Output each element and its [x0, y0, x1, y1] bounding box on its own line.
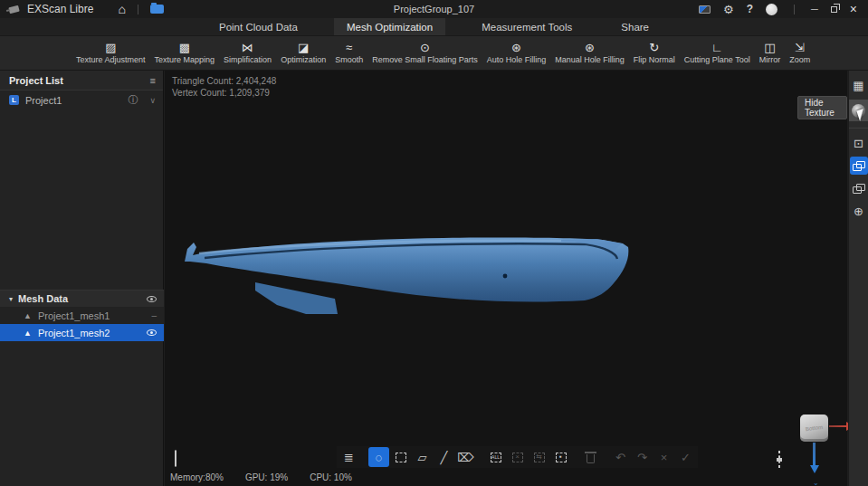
- globe-icon: ⊕: [854, 205, 863, 218]
- project-panel: Project List ≡ L Project1 ⓘ ∨ ▾ Mesh Dat…: [0, 71, 164, 486]
- hidden-visibility-icon[interactable]: –: [151, 310, 157, 320]
- texture-view-icon: [853, 161, 864, 170]
- mouse-hint-button[interactable]: [175, 451, 176, 467]
- smooth-button[interactable]: ≈ Smooth: [335, 42, 363, 64]
- open-project-folder-icon[interactable]: [150, 5, 164, 14]
- z-axis-tail: ⌄: [813, 479, 819, 486]
- minimize-button[interactable]: ─: [811, 4, 818, 14]
- mesh-eye-icon[interactable]: [147, 329, 157, 336]
- undo-button[interactable]: ↶: [610, 447, 631, 467]
- mesh-data-header[interactable]: ▾ Mesh Data: [0, 290, 164, 307]
- invert-selection-button[interactable]: ⇆: [529, 447, 549, 467]
- z-axis-arrow: [813, 443, 816, 466]
- fit-view-button[interactable]: [778, 452, 780, 468]
- fit-screen-icon: ▦: [853, 79, 863, 92]
- texture-adjustment-icon: ▨: [105, 42, 116, 54]
- confirm-button[interactable]: ✓: [675, 447, 696, 467]
- zoom-icon: ⇲: [795, 42, 805, 54]
- penetrate-select-button[interactable]: ≣: [339, 447, 359, 467]
- vertex-count: Vertex Count: 1,209,379: [172, 87, 276, 99]
- user-avatar[interactable]: [766, 4, 777, 15]
- model-frame-view-button[interactable]: ⊡: [849, 135, 868, 151]
- divider: [849, 128, 868, 129]
- globe-view-button[interactable]: ⊕: [849, 203, 868, 219]
- collapse-panel-icon[interactable]: ≡: [150, 75, 156, 86]
- eraser-icon: ⌦: [457, 451, 473, 464]
- app-window: EXScan Libre ⌂ ProjectGroup_107 ⚙ ? ─ × …: [0, 0, 868, 486]
- layers-view-button[interactable]: [849, 180, 868, 196]
- delete-selection-button[interactable]: [580, 447, 601, 467]
- restore-button[interactable]: [831, 6, 837, 13]
- cancel-button[interactable]: ×: [653, 447, 674, 467]
- mesh-toolbar: ▨ Texture Adjustment ▩ Texture Mapping ⋈…: [0, 36, 868, 71]
- remove-floating-parts-icon: ⊙: [420, 42, 430, 54]
- texture-view-button[interactable]: [849, 157, 868, 174]
- manual-hole-filling-button[interactable]: ⊛ Manual Hole Filling: [555, 42, 625, 64]
- rectangle-select-icon: [396, 453, 406, 462]
- select-component-button[interactable]: ▪: [550, 447, 571, 467]
- texture-sphere-button[interactable]: [849, 100, 868, 121]
- settings-gear-icon[interactable]: ⚙: [723, 4, 734, 15]
- tab-measurement-tools[interactable]: Measurement Tools: [469, 18, 585, 35]
- divider: [138, 5, 138, 14]
- project-info-icon[interactable]: ⓘ: [128, 93, 138, 107]
- fit-screen-view-button[interactable]: ▦: [849, 77, 868, 93]
- boat-mesh-model[interactable]: [172, 231, 634, 330]
- texture-mapping-button[interactable]: ▩ Texture Mapping: [155, 42, 215, 64]
- orientation-gizmo[interactable]: Bottom ⌄: [795, 410, 849, 486]
- auto-hole-filling-button[interactable]: ⊛ Auto Hole Filling: [487, 42, 547, 64]
- redo-button[interactable]: ↷: [632, 447, 653, 467]
- simplification-icon: ⋈: [242, 42, 253, 54]
- tab-share[interactable]: Share: [608, 18, 662, 35]
- texture-adjustment-button[interactable]: ▨ Texture Adjustment: [76, 42, 146, 64]
- flip-normal-button[interactable]: ↻ Flip Normal: [634, 42, 675, 64]
- mirror-button[interactable]: ◫ Mirror: [759, 42, 781, 64]
- mesh-row-project1-mesh1[interactable]: ▲ Project1_mesh1 –: [0, 307, 164, 324]
- home-icon[interactable]: ⌂: [118, 3, 125, 15]
- gizmo-face-label: Bottom: [806, 424, 824, 432]
- line-select-button[interactable]: ╱: [434, 447, 454, 467]
- model-frame-icon: ⊡: [854, 137, 863, 150]
- rectangle-select-button[interactable]: [390, 447, 411, 467]
- mirror-icon: ◫: [764, 42, 775, 54]
- trash-icon: [587, 454, 595, 463]
- mesh-section-eye-icon[interactable]: [147, 296, 157, 302]
- zoom-button[interactable]: ⇲ Zoom: [789, 42, 810, 64]
- polygon-select-icon: ▱: [418, 451, 427, 464]
- deselect-icon: ×: [512, 453, 523, 462]
- project-group-title: ProjectGroup_107: [394, 4, 474, 14]
- simplification-button[interactable]: ⋈ Simplification: [224, 42, 272, 64]
- selection-toolbar: ≣ ◌ ▱ ╱ ⌦ ALL × ⇆ ▪ ↶ ↷ × ✓: [337, 446, 698, 468]
- gizmo-cube[interactable]: Bottom: [800, 415, 828, 442]
- project-name: Project1: [25, 95, 121, 106]
- lasso-select-button[interactable]: ◌: [368, 447, 389, 467]
- select-all-icon: ALL: [491, 453, 501, 462]
- fit-view-icon: [778, 451, 780, 468]
- device-icon[interactable]: [699, 5, 711, 14]
- help-icon[interactable]: ?: [747, 3, 753, 15]
- status-bar: Memory:80% GPU: 19% CPU: 10%: [170, 472, 352, 482]
- eraser-button[interactable]: ⌦: [455, 447, 476, 467]
- view-options-rail: ▦ ⊡ ⊕: [848, 71, 868, 486]
- tab-mesh-optimization[interactable]: Mesh Optimization: [334, 18, 445, 35]
- viewport-3d[interactable]: Triangle Count: 2,404,248 Vertex Count: …: [165, 71, 847, 486]
- mesh-row-project1-mesh2[interactable]: ▲ Project1_mesh2: [0, 324, 164, 341]
- caret-down-icon[interactable]: ▾: [9, 295, 13, 303]
- optimization-icon: ◪: [298, 42, 309, 54]
- manual-hole-filling-icon: ⊛: [585, 42, 595, 54]
- project-badge-icon: L: [9, 95, 19, 105]
- close-button[interactable]: ×: [850, 3, 857, 15]
- project-row[interactable]: L Project1 ⓘ ∨: [0, 91, 163, 110]
- polygon-select-button[interactable]: ▱: [412, 447, 433, 467]
- texture-view-active: [850, 157, 868, 175]
- optimization-button[interactable]: ◪ Optimization: [281, 42, 326, 64]
- select-all-button[interactable]: ALL: [485, 447, 506, 467]
- flip-normal-icon: ↻: [649, 42, 659, 54]
- cutting-plane-tool-button[interactable]: ∟ Cutting Plane Tool: [684, 42, 750, 64]
- mesh-data-title: Mesh Data: [18, 293, 141, 304]
- tab-point-cloud-data[interactable]: Point Cloud Data: [206, 18, 310, 35]
- deselect-all-button[interactable]: ×: [507, 447, 528, 467]
- hide-texture-tooltip: Hide Texture: [797, 96, 847, 119]
- chevron-down-icon[interactable]: ∨: [149, 96, 156, 105]
- remove-small-floating-parts-button[interactable]: ⊙ Remove Small Floating Parts: [372, 42, 478, 64]
